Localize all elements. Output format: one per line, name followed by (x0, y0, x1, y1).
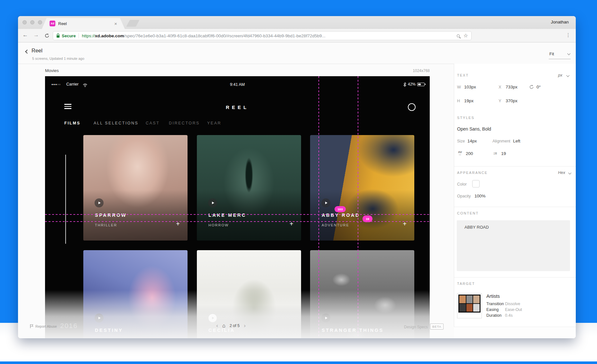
bookmark-star-icon[interactable]: ☆ (464, 33, 468, 38)
play-icon[interactable] (321, 198, 330, 207)
movie-card-lake-merc[interactable]: LAKE MERC HORROW + (197, 135, 301, 241)
color-label: Color (457, 182, 467, 187)
size-value: 14px (467, 139, 477, 143)
x-label: X (499, 85, 501, 89)
movie-card-abby-road[interactable]: 103 ABBY ROAD 19 ADVENTURE + (310, 135, 414, 241)
play-icon[interactable] (208, 198, 217, 207)
zoom-page-icon[interactable] (457, 34, 460, 37)
x-value: 733px (506, 85, 518, 89)
browser-tab[interactable]: Xd Reel × (42, 18, 125, 29)
document-title[interactable]: Reel (32, 48, 42, 54)
adobe-xd-favicon: Xd (50, 21, 55, 26)
nav-films[interactable]: FILMS (64, 121, 80, 125)
beta-badge: BETA (430, 323, 444, 330)
home-icon[interactable]: ⌂ (222, 323, 225, 328)
battery-icon (417, 83, 425, 86)
movie-title-selected[interactable]: ABBY ROAD (322, 213, 360, 218)
movie-genre: HORROW (208, 223, 229, 227)
document-subtitle: 5 screens, Updated 1 minute ago (32, 57, 84, 60)
prev-screen-icon[interactable]: ‹ (216, 323, 218, 328)
screen-name-label: Movies (45, 68, 59, 73)
content-section-heading: CONTENT (457, 211, 479, 215)
target-thumbnail-grid (458, 295, 481, 313)
reload-icon[interactable] (44, 33, 50, 40)
transition-label: Transition (486, 302, 504, 306)
line-spacing-value: 19 (501, 151, 506, 156)
tab-title: Reel (58, 21, 67, 26)
profile-circle-icon[interactable] (408, 103, 416, 111)
target-screen-thumbnail[interactable] (457, 293, 482, 318)
next-screen-icon[interactable]: › (244, 323, 246, 328)
artboard-movies[interactable]: ●●●○○ Carrier 9:41 AM 42% REEL FILMS AL (45, 76, 430, 338)
alignment-value: Left (513, 139, 520, 143)
nav-cast[interactable]: CAST (146, 121, 160, 125)
nav-all-selections[interactable]: ALL SELECTIONS (94, 121, 138, 125)
url-path: /spec/76e1e6e0-b3a1-40f9-61c8-daa18cabf0… (124, 33, 326, 38)
play-icon[interactable] (95, 198, 104, 207)
easing-label: Easing (486, 307, 499, 312)
opacity-label: Opacity (457, 194, 471, 198)
new-tab-button[interactable] (126, 20, 139, 27)
browser-menu-icon[interactable]: ⋮ (566, 32, 571, 38)
rotation-icon (529, 85, 534, 91)
os-user-name: Jonathan (551, 20, 569, 24)
height-label: H (457, 99, 460, 103)
chevron-down-icon (567, 52, 571, 55)
screen-pager: ‹ ⌂ 2 of 5 › (199, 323, 263, 328)
movie-genre: ADVENTURE (322, 223, 349, 227)
color-format-value[interactable]: Hex (558, 170, 565, 175)
zoom-select[interactable]: Fit (549, 51, 571, 59)
movie-genre: THRILLER (95, 223, 117, 227)
tab-strip: Xd Reel × Jonathan (18, 16, 576, 29)
url-protocol: https:// (82, 33, 95, 38)
back-icon[interactable]: ← (23, 32, 28, 38)
tab-close-icon[interactable]: × (114, 21, 117, 26)
y-label: Y (499, 99, 501, 103)
line-spacing-icon: ↕≡ (493, 151, 497, 156)
character-spacing-value: 200 (466, 151, 473, 156)
zoom-select-value: Fit (549, 51, 554, 56)
app-title: REEL (45, 105, 430, 110)
color-swatch[interactable] (472, 180, 480, 187)
duration-label: Duration (486, 313, 501, 318)
duration-value: 0.4s (505, 313, 513, 318)
url-bar[interactable]: Secure https://xd.adobe.com/spec/76e1e6e… (53, 31, 472, 40)
secure-lock-icon (56, 33, 60, 38)
movie-title: SPARROW (95, 213, 127, 218)
width-value: 103px (464, 85, 476, 89)
xd-spec-page: Reel 5 screens, Updated 1 minute ago Fit… (18, 42, 576, 338)
nav-directors[interactable]: DIRECTORS (169, 121, 200, 125)
design-specs-label: Design Specs (404, 325, 428, 329)
unit-select-value[interactable]: px (558, 73, 562, 77)
target-section-heading: TARGET (457, 282, 475, 286)
section-divider (454, 166, 576, 167)
target-screen-name[interactable]: Artists (486, 293, 500, 299)
rotation-value: 0° (537, 85, 541, 89)
selection-guide-horizontal-bottom (45, 221, 430, 222)
nav-year[interactable]: YEAR (207, 121, 221, 125)
zoom-window-button[interactable] (38, 20, 42, 24)
section-divider (454, 277, 576, 278)
opacity-value: 100% (474, 194, 486, 198)
browser-window: Xd Reel × Jonathan ← → Secure https://xd… (18, 16, 576, 338)
flag-icon (30, 324, 33, 328)
url-domain: xd.adobe.com (95, 33, 124, 38)
status-time: 9:41 AM (45, 82, 430, 87)
font-name-value: Open Sans, Bold (457, 126, 491, 132)
screen-size-label: 1024x768 (401, 68, 430, 73)
close-window-button[interactable] (23, 20, 27, 24)
urlbar-actions: ☆ (457, 33, 468, 38)
movie-card-sparrow[interactable]: SPARROW THRILLER + (83, 135, 188, 241)
transition-value: Dissolve (505, 302, 520, 306)
secure-label: Secure (62, 33, 76, 38)
minimize-window-button[interactable] (30, 20, 34, 24)
report-abuse-button[interactable]: Report Abuse (30, 324, 57, 328)
annotation-badge[interactable]: 103 (335, 206, 346, 212)
back-chevron-icon[interactable] (25, 50, 29, 54)
url-separator (78, 33, 79, 38)
pager-label: 2 of 5 (230, 323, 240, 328)
forward-icon[interactable]: → (33, 32, 39, 38)
movie-title: LAKE MERC (208, 213, 246, 218)
timeline-scrollbar[interactable] (65, 155, 66, 244)
url-text[interactable]: https://xd.adobe.com/spec/76e1e6e0-b3a1-… (82, 33, 325, 38)
